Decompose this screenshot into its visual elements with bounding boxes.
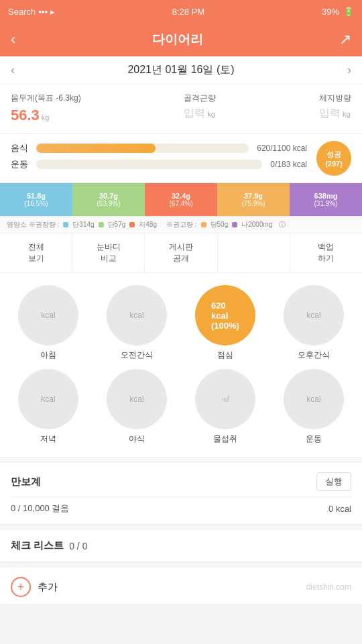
meal-item-breakfast[interactable]: kcal아침 — [8, 285, 88, 361]
meal-item-lunch[interactable]: 620kcal(100%)점심 — [185, 285, 265, 361]
body-compare-button[interactable]: 눈바디비교 — [72, 233, 145, 272]
checklist-section: 체크 리스트 0 / 0 — [0, 530, 362, 562]
nutrient-legend: 영양소 ※권장량 : 단314g 단57g 지48g ※권고량 : 당50g 나… — [0, 217, 362, 233]
meal-label-exercise: 운동 — [306, 433, 322, 445]
empty-button — [218, 233, 290, 272]
backup-button[interactable]: 백업하기 — [290, 233, 362, 272]
action-buttons: 전체보기 눈바디비교 게시판공개 백업하기 — [0, 233, 362, 273]
checklist-header: 체크 리스트 0 / 0 — [11, 539, 351, 552]
meal-circle-water: ㎖ — [195, 369, 255, 429]
board-share-button[interactable]: 게시판공개 — [145, 233, 217, 272]
pedometer-title: 만보계 — [11, 476, 41, 488]
checklist-title: 체크 리스트 — [11, 539, 64, 552]
nutrient-cell: 638mg(31.9%) — [290, 183, 362, 216]
add-section: + 추가 dietshin.com — [0, 568, 362, 604]
fat-label: 체지방량 — [319, 93, 351, 104]
weight-label: 몸무게(목표 -6.3kg) — [11, 93, 81, 104]
nutrient-cell: 32.4g(67.4%) — [145, 183, 217, 216]
muscle-metric: 골격근량 입력 kg — [184, 93, 216, 124]
meal-circle-lunch: 620kcal(100%) — [195, 285, 255, 345]
status-right: 39% 🔋 — [322, 7, 354, 17]
carb-dot — [63, 222, 68, 227]
meal-circle-dinner: kcal — [18, 369, 78, 429]
pedometer-steps-row: 0 / 10,000 걸음 0 kcal — [11, 502, 351, 515]
meal-label-afternoon-snack: 오후간식 — [298, 350, 330, 361]
fat-input[interactable]: 입력 — [319, 107, 341, 121]
add-label: 추가 — [38, 581, 58, 594]
fat-metric: 체지방량 입력 kg — [319, 93, 351, 124]
meal-label-lunch: 점심 — [217, 350, 233, 361]
pedometer-kcal: 0 kcal — [328, 504, 351, 514]
app-header: ‹ 다이어리 ↗ — [0, 23, 362, 56]
nutrient-cell: 51.8g(16.5%) — [0, 183, 72, 216]
exercise-calorie-info: 0/183 kcal — [270, 160, 307, 169]
weight-metric: 몸무게(목표 -6.3kg) 56.3 kg — [11, 93, 81, 124]
weight-unit: kg — [42, 113, 50, 121]
food-calorie-row: 음식 620/1100 kcal — [11, 142, 307, 154]
page-title: 다이어리 — [152, 31, 203, 48]
muscle-label: 골격근량 — [184, 93, 216, 104]
food-progress-bar — [36, 144, 249, 153]
meal-item-morning-snack[interactable]: kcal오전간식 — [97, 285, 177, 361]
fat-unit: kg — [343, 110, 351, 118]
add-button[interactable]: + — [11, 577, 31, 597]
pedometer-run-button[interactable]: 실행 — [316, 472, 351, 491]
meal-circle-night-snack: kcal — [107, 369, 167, 429]
meal-circle-afternoon-snack: kcal — [284, 285, 344, 345]
pedometer-steps: 0 / 10,000 걸음 — [11, 502, 69, 515]
status-bar: Search ▪▪▪ ▸ 8:28 PM 39% 🔋 — [0, 0, 362, 23]
exercise-label: 운동 — [11, 158, 31, 170]
calories-section: 음식 620/1100 kcal 운동 0/183 kcal 성공 ( — [0, 134, 362, 183]
pedometer-divider — [11, 496, 351, 497]
trend-icon[interactable]: ↗ — [339, 31, 351, 48]
meal-item-afternoon-snack[interactable]: kcal오후간식 — [274, 285, 354, 361]
meal-label-breakfast: 아침 — [40, 350, 56, 361]
weight-value: 56.3 — [11, 107, 40, 124]
sodium-dot — [232, 222, 237, 227]
next-date-button[interactable]: › — [347, 63, 351, 77]
meal-circle-exercise: kcal — [284, 369, 344, 429]
nutrient-cell: 30.7g(53.9%) — [72, 183, 145, 216]
battery-icon: 🔋 — [343, 7, 354, 17]
current-date: 2021년 01월 16일 (토) — [127, 63, 234, 77]
body-metrics-section: 몸무게(목표 -6.3kg) 56.3 kg 골격근량 입력 kg 체지방량 입… — [0, 85, 362, 134]
full-view-button[interactable]: 전체보기 — [0, 233, 72, 272]
meal-circle-breakfast: kcal — [18, 285, 78, 345]
nutrient-cell: 37.9g(75.9%) — [217, 183, 290, 216]
pedometer-section: 만보계 실행 0 / 10,000 걸음 0 kcal — [0, 463, 362, 525]
meal-label-morning-snack: 오전간식 — [121, 350, 153, 361]
status-time: 8:28 PM — [172, 7, 204, 17]
exercise-progress-bar — [36, 160, 262, 169]
back-button[interactable]: ‹ — [11, 31, 15, 48]
prev-date-button[interactable]: ‹ — [11, 63, 15, 77]
meal-item-night-snack[interactable]: kcal야식 — [97, 369, 177, 445]
meal-item-water[interactable]: ㎖물섭취 — [185, 369, 265, 445]
battery-label: 39% — [322, 7, 339, 17]
wifi-icon: ▸ — [50, 7, 55, 17]
date-navigation: ‹ 2021년 01월 16일 (토) › — [0, 56, 362, 85]
meal-circle-morning-snack: kcal — [107, 285, 167, 345]
meal-label-night-snack: 야식 — [129, 433, 145, 445]
fat-dot — [129, 222, 135, 227]
signal-icon: ▪▪▪ — [38, 7, 48, 17]
status-left: Search ▪▪▪ ▸ — [8, 7, 55, 17]
protein-dot — [99, 222, 104, 227]
food-label: 음식 — [11, 142, 31, 154]
sugar-dot — [201, 222, 206, 227]
exercise-calorie-row: 운동 0/183 kcal — [11, 158, 307, 170]
search-label: Search — [8, 7, 36, 17]
success-badge: 성공 (297) — [316, 141, 351, 176]
food-progress-fill — [36, 144, 156, 153]
nutrient-bar: 51.8g(16.5%)30.7g(53.9%)32.4g(67.4%)37.9… — [0, 183, 362, 217]
checklist-count: 0 / 0 — [69, 541, 87, 551]
meal-item-dinner[interactable]: kcal저녁 — [8, 369, 88, 445]
pedometer-header: 만보계 실행 — [11, 472, 351, 491]
food-calorie-info: 620/1100 kcal — [257, 144, 307, 153]
muscle-unit: kg — [207, 110, 215, 118]
meal-item-exercise[interactable]: kcal운동 — [274, 369, 354, 445]
watermark: dietshin.com — [306, 582, 351, 592]
meal-label-dinner: 저녁 — [40, 433, 56, 445]
meal-label-water: 물섭취 — [213, 433, 237, 445]
meal-grid: kcal아침kcal오전간식620kcal(100%)점심kcal오후간식kca… — [0, 273, 362, 458]
muscle-input[interactable]: 입력 — [184, 107, 205, 121]
